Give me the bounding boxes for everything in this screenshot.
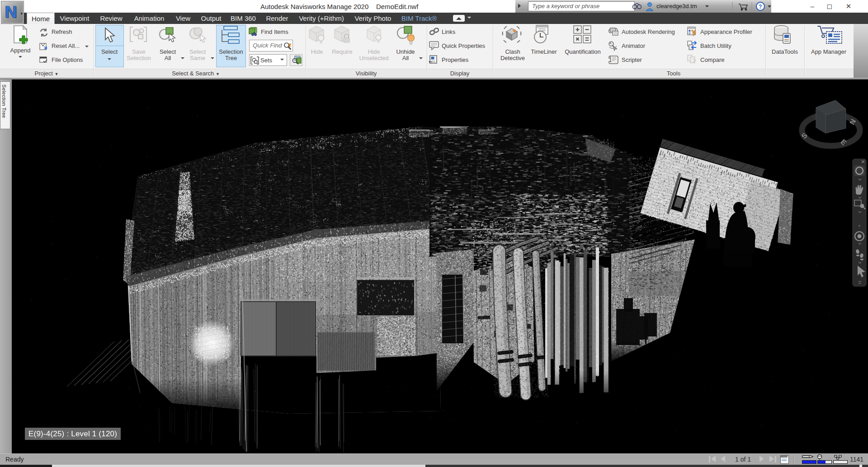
svg-text:?: ? — [759, 4, 762, 10]
